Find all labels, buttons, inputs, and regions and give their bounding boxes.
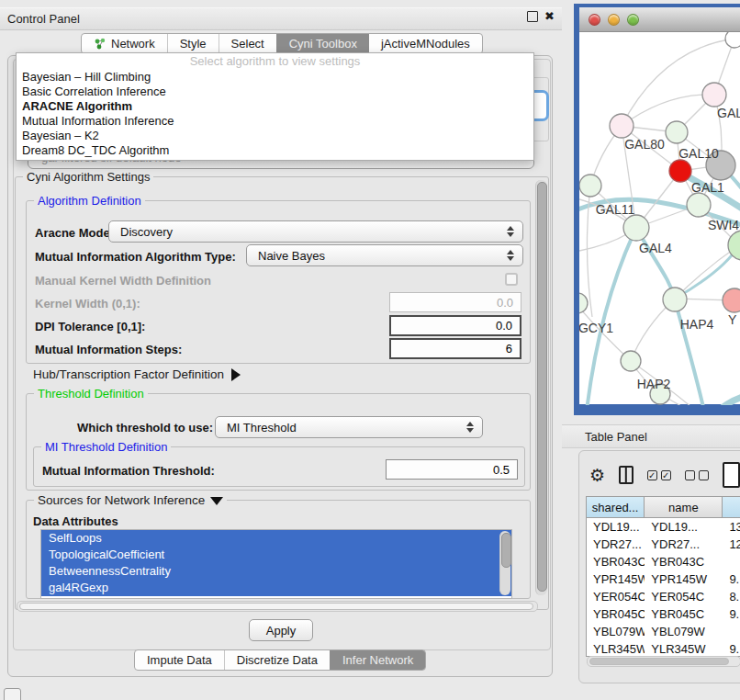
expanded-arrow-icon: [210, 497, 223, 505]
tab-discretize-data[interactable]: Discretize Data: [224, 650, 330, 670]
screen: { "colors": { "selection_blue": "#3D6DC7…: [0, 0, 740, 700]
which-threshold-combobox[interactable]: MI Threshold: [215, 416, 483, 438]
dpi-tolerance-field[interactable]: 0.0: [389, 315, 521, 336]
node-gal10[interactable]: [666, 121, 688, 143]
float-panel-icon[interactable]: [527, 11, 538, 22]
select-all-columns-icon[interactable]: ✓✓: [647, 470, 671, 480]
node-gal80[interactable]: [610, 114, 633, 138]
manual-kernel-checkbox[interactable]: [505, 273, 518, 286]
network-canvas[interactable]: GAL GAL80 GAL10 GAL1 GAL11 SWI4 GAL4 GCY…: [579, 32, 740, 404]
close-traffic-light-icon[interactable]: [589, 14, 600, 26]
node[interactable]: [702, 83, 726, 107]
mi-threshold-field[interactable]: 0.5: [386, 459, 518, 480]
tab-style[interactable]: Style: [167, 34, 219, 53]
table-row[interactable]: YLR345W YLR345W 9.: [587, 640, 740, 656]
apply-button[interactable]: Apply: [249, 619, 313, 641]
kernel-width-field[interactable]: 0.0: [389, 292, 521, 312]
minimize-traffic-light-icon[interactable]: [608, 14, 620, 26]
manual-kernel-label: Manual Kernel Width Definition: [35, 274, 211, 288]
tab-network[interactable]: Network: [82, 34, 167, 53]
kernel-width-label: Kernel Width (0,1):: [35, 297, 140, 310]
gear-icon[interactable]: ⚙: [589, 466, 605, 484]
list-item[interactable]: TopologicalCoefficient: [41, 547, 511, 563]
node-gal11[interactable]: [579, 175, 601, 197]
node-gal4[interactable]: [623, 215, 649, 241]
panel-corner-icon[interactable]: [4, 688, 21, 700]
control-panel-tabbar: Network Style Select Cyni Toolbox jActiv…: [81, 33, 483, 54]
table-row[interactable]: YBR045C YBR045C 9.: [587, 605, 740, 623]
sources-title[interactable]: Sources for Network Inference: [34, 493, 227, 507]
aracne-mode-label: Aracne Mode:: [35, 226, 114, 240]
dropdown-item-dream8[interactable]: Dream8 DC_TDC Algorithm: [17, 143, 533, 158]
table-panel-title: Table Panel: [585, 430, 647, 444]
node-salmon[interactable]: [723, 288, 740, 312]
list-item[interactable]: gal4RGexp: [41, 580, 511, 596]
dropdown-item-bayesian-k2[interactable]: Bayesian – K2: [17, 129, 533, 143]
data-attributes-list: SelfLoops TopologicalCoefficient Between…: [40, 529, 512, 599]
settings-horizontal-scrollbar[interactable]: [17, 601, 538, 612]
node-hap2[interactable]: [621, 351, 641, 371]
deselect-all-columns-icon[interactable]: [685, 470, 709, 480]
table-body: YDL19... YDL19... 13 YDR27... YDR27... 1…: [587, 518, 740, 656]
column-header-shared-name[interactable]: shared...: [587, 497, 645, 517]
control-panel-titlebar: Control Panel ✖: [0, 7, 562, 30]
bottom-tabbar: Impute Data Discretize Data Infer Networ…: [134, 649, 426, 671]
table-row[interactable]: YER054C YER054C 8.: [587, 588, 740, 605]
node[interactable]: [687, 193, 711, 217]
network-window-titlebar[interactable]: [579, 7, 740, 32]
aracne-mode-combobox[interactable]: Discovery: [108, 220, 523, 243]
mi-steps-field[interactable]: 6: [389, 338, 521, 359]
node[interactable]: [725, 32, 740, 48]
tab-impute-data[interactable]: Impute Data: [135, 650, 224, 670]
mi-type-combobox[interactable]: Naive Bayes: [246, 244, 523, 266]
hub-definition-toggle[interactable]: Hub/Transcription Factor Definition: [33, 367, 241, 381]
node-gal1-red[interactable]: [669, 160, 691, 182]
settings-vertical-scrollbar[interactable]: [535, 180, 547, 595]
mi-type-label: Mutual Information Algorithm Type:: [35, 250, 236, 264]
attributes-scrollbar[interactable]: [499, 531, 510, 595]
tab-infer-network[interactable]: Infer Network: [330, 650, 425, 670]
algorithm-definition-title: Algorithm Definition: [34, 194, 145, 208]
zoom-traffic-light-icon[interactable]: [627, 14, 639, 26]
node-gcy1[interactable]: [579, 293, 588, 313]
list-item[interactable]: BetweennessCentrality: [41, 563, 511, 580]
dropdown-item-mutual-information[interactable]: Mutual Information Inference: [17, 114, 533, 129]
dropdown-item-basic-correlation[interactable]: Basic Correlation Inference: [17, 85, 533, 99]
node-table: shared... name YDL19... YDL19... 13 YDR2…: [586, 496, 740, 657]
table-row[interactable]: YBR043C YBR043C: [587, 553, 740, 570]
dropdown-item-bayesian-hill-climbing[interactable]: Bayesian – Hill Climbing: [17, 70, 533, 85]
table-row[interactable]: YDR27... YDR27... 12: [587, 536, 740, 553]
column-header-name[interactable]: name: [645, 497, 723, 517]
node-label: GAL: [717, 106, 740, 120]
tab-jactivemnodules[interactable]: jActiveMNodules: [369, 34, 482, 53]
tab-cyni-toolbox[interactable]: Cyni Toolbox: [276, 34, 369, 53]
node-hap4[interactable]: [663, 288, 687, 311]
table-header-row: shared... name: [587, 497, 740, 518]
combo-arrows-icon: [464, 422, 477, 433]
table-panel-titlebar: Table Panel: [562, 424, 740, 448]
table-row[interactable]: YDL19... YDL19... 13: [587, 518, 740, 536]
threshold-definition-title: Threshold Definition: [34, 387, 148, 401]
tab-select[interactable]: Select: [219, 34, 276, 53]
control-panel-title: Control Panel: [7, 12, 80, 26]
table-row[interactable]: YBL079W YBL079W: [587, 623, 740, 640]
node-label: HAP4: [680, 317, 714, 332]
list-item[interactable]: SelfLoops: [41, 530, 511, 547]
node-label: GAL11: [596, 202, 635, 217]
node-label: HAP2: [637, 377, 671, 391]
table-horizontal-scrollbar[interactable]: [587, 656, 740, 667]
column-header-cut[interactable]: [723, 497, 740, 517]
table-toolbar: ⚙ ✓✓: [589, 462, 740, 488]
dropdown-placeholder: Select algorithm to view settings: [17, 53, 533, 70]
collapsed-arrow-icon: [231, 368, 241, 381]
split-columns-icon[interactable]: [619, 466, 633, 484]
new-table-icon[interactable]: [723, 462, 740, 488]
cyni-algorithm-settings-title: Cyni Algorithm Settings: [23, 170, 153, 184]
close-panel-icon[interactable]: ✖: [544, 11, 555, 22]
node-label: SWI4: [708, 218, 739, 232]
table-row[interactable]: YPR145W YPR145W 9.: [587, 570, 740, 588]
combo-arrows-icon: [504, 226, 517, 237]
dropdown-item-aracne[interactable]: ARACNE Algorithm: [17, 99, 533, 114]
mi-threshold-label: Mutual Information Threshold:: [42, 464, 215, 478]
combo-arrows-icon: [504, 250, 517, 261]
